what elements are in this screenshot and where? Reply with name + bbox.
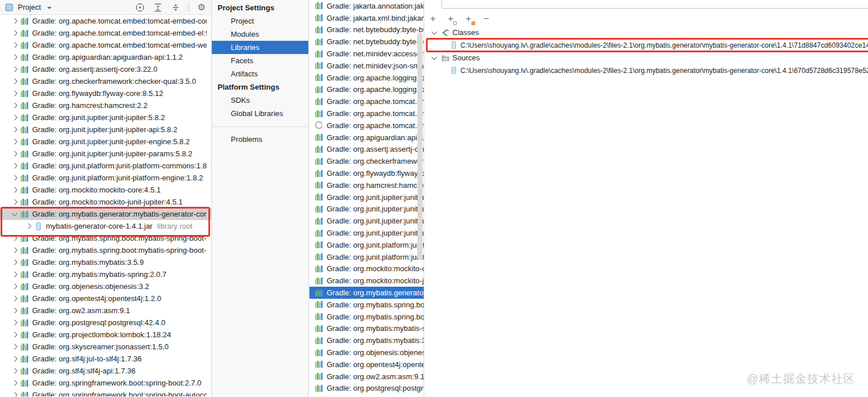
library-list-item[interactable]: Gradle: org.assertj:assertj-core:3.22.0 (309, 144, 424, 156)
library-list-item[interactable]: Gradle: org.apache.tomcat.embed:tomcat-e… (309, 95, 424, 107)
nav-item[interactable]: Libraries (212, 41, 308, 54)
library-list-item[interactable]: Gradle: net.bytebuddy:byte-buddy-agent (309, 36, 424, 48)
library-list-item[interactable]: Gradle: org.junit.jupiter:junit-jupiter:… (309, 191, 424, 203)
nav-item[interactable]: Artifacts (212, 67, 308, 80)
expand-chevron-icon[interactable] (10, 381, 19, 385)
expand-chevron-icon[interactable] (10, 284, 19, 288)
expand-chevron-icon[interactable] (10, 91, 19, 95)
root-category-row[interactable]: Sources (424, 52, 868, 63)
project-view-selector[interactable]: Project (18, 3, 41, 11)
nav-item[interactable]: Facets (212, 54, 308, 67)
expand-chevron-icon[interactable] (10, 272, 19, 276)
library-list-item[interactable]: Gradle: org.opentest4j:opentest4j:1.2.0 (309, 359, 424, 371)
expand-chevron-icon[interactable] (10, 248, 19, 252)
expand-chevron-icon[interactable] (10, 296, 19, 300)
chevron-down-icon[interactable] (47, 7, 52, 9)
tree-row[interactable]: Gradle: org.junit.jupiter:junit-jupiter:… (0, 111, 211, 124)
tree-row[interactable]: Gradle: org.mockito:mockito-junit-jupite… (0, 196, 211, 208)
expand-chevron-icon[interactable] (10, 140, 19, 144)
expand-chevron-icon[interactable] (24, 224, 33, 228)
expand-chevron-icon[interactable] (10, 115, 19, 120)
tree-row[interactable]: Gradle: org.slf4j:slf4j-api:1.7.36 (0, 365, 211, 377)
library-list-item[interactable]: Gradle: jakarta.xml.bind:jakarta.xml.bin… (309, 12, 424, 24)
tree-row[interactable]: Gradle: org.skyscreamer:jsonassert:1.5.0 (0, 341, 211, 353)
library-list-item[interactable]: Gradle: org.mockito:mockito-junit-jupite… (309, 275, 424, 287)
expand-chevron-icon[interactable] (10, 103, 19, 107)
tree-row[interactable]: Gradle: org.objenesis:objenesis:3.2 (0, 280, 211, 292)
expand-chevron-icon[interactable] (10, 369, 19, 373)
library-list-item[interactable]: Gradle: org.mybatis.spring.boot:mybatis-… (309, 299, 424, 311)
tree-row[interactable]: Gradle: org.apache.tomcat.embed:tomcat-e… (0, 15, 211, 27)
library-list-item[interactable]: Gradle: jakarta.annotation:jakarta.annot… (309, 0, 424, 12)
nav-item[interactable]: Project (212, 14, 308, 28)
library-list-item[interactable]: Gradle: org.checkerframework:checker-qua… (309, 155, 424, 167)
library-list-item[interactable]: Gradle: org.mybatis.generator:mybatis-ge… (309, 287, 424, 299)
expand-chevron-icon[interactable] (10, 43, 19, 47)
expand-chevron-icon[interactable] (10, 152, 19, 156)
library-list-item[interactable]: Gradle: org.junit.platform:junit-platfor… (309, 239, 424, 251)
tree-row[interactable]: Gradle: org.apiguardian:apiguardian-api:… (0, 51, 211, 63)
expand-chevron-icon[interactable] (10, 393, 19, 396)
tree-row[interactable]: Gradle: org.mybatis:mybatis:3.5.9 (0, 256, 211, 268)
tree-row[interactable]: Gradle: org.junit.jupiter:junit-jupiter-… (0, 136, 211, 148)
library-list-item[interactable]: Gradle: org.mybatis:mybatis:3.5.9 (309, 334, 424, 346)
tree-row[interactable]: Gradle: org.mybatis:mybatis-spring:2.0.7 (0, 268, 211, 280)
library-path-row[interactable]: C:\Users\shouyang.lv\.gradle\caches\modu… (424, 63, 868, 78)
root-category-row[interactable]: Classes (424, 27, 868, 38)
library-list-item[interactable]: Gradle: org.junit.jupiter:junit-jupiter-… (309, 227, 424, 239)
tree-row[interactable]: Gradle: org.assertj:assertj-core:3.22.0 (0, 63, 211, 75)
expand-chevron-icon[interactable] (10, 357, 19, 361)
tree-row[interactable]: Gradle: org.apache.tomcat.embed:tomcat-e… (0, 39, 211, 51)
tree-row[interactable]: Gradle: org.junit.jupiter:junit-jupiter-… (0, 148, 211, 160)
tree-row[interactable]: Gradle: org.checkerframework:checker-qua… (0, 75, 211, 87)
expand-chevron-icon[interactable] (10, 321, 19, 325)
library-list-item[interactable]: Gradle: org.projectlombok:lombok:1.18.24 (309, 394, 424, 397)
tree-row[interactable]: Gradle: org.hamcrest:hamcrest:2.2 (0, 99, 211, 111)
library-list-item[interactable]: Gradle: org.mybatis.spring.boot:mybatis-… (309, 311, 424, 323)
locate-icon[interactable] (135, 2, 145, 13)
tree-row[interactable]: Gradle: org.junit.platform:junit-platfor… (0, 172, 211, 184)
attach-files-button[interactable]: + (445, 14, 456, 25)
library-list-item[interactable]: Gradle: org.apache.logging.log4j:log4j-a… (309, 72, 424, 84)
expand-chevron-icon[interactable] (10, 55, 19, 59)
nav-item[interactable]: Problems (212, 133, 308, 146)
expand-chevron-icon[interactable] (10, 213, 19, 215)
attach-from-disk-button[interactable]: + (463, 14, 474, 25)
library-list-item[interactable]: Gradle: org.flywaydb:flyway-core:8.5.12 (309, 167, 424, 179)
library-list-item[interactable]: Gradle: org.apache.logging.log4j:log4j-t… (309, 84, 424, 96)
expand-chevron-icon[interactable] (10, 19, 19, 23)
tree-row[interactable]: Gradle: org.mybatis.spring.boot:mybatis-… (0, 232, 211, 244)
tree-row[interactable]: Gradle: org.mybatis.spring.boot:mybatis-… (0, 244, 211, 256)
expand-chevron-icon[interactable] (429, 56, 439, 59)
tree-row[interactable]: Gradle: org.opentest4j:opentest4j:1.2.0 (0, 292, 211, 305)
library-list-item[interactable]: Gradle: org.apiguardian:apiguardian-api (309, 132, 424, 144)
library-list-item[interactable]: Gradle: org.junit.platform:junit-platfor… (309, 251, 424, 263)
tree-row[interactable]: Gradle: org.mockito:mockito-core:4.5.1 (0, 184, 211, 196)
library-path-row[interactable]: C:\Users\shouyang.lv\.gradle\caches\modu… (426, 38, 868, 52)
nav-item[interactable]: Global Libraries (212, 107, 308, 120)
expand-chevron-icon[interactable] (10, 164, 19, 168)
expand-chevron-icon[interactable] (10, 200, 19, 204)
remove-button[interactable]: − (481, 14, 491, 25)
library-list-item[interactable]: Gradle: org.ow2.asm:asm:9.1 (309, 371, 424, 383)
nav-item[interactable]: SDKs (212, 94, 308, 107)
scrollbar-thumb[interactable] (417, 33, 423, 260)
tree-row[interactable]: Gradle: org.ow2.asm:asm:9.1 (0, 305, 211, 317)
settings-gear-icon[interactable]: ⚙ (196, 2, 207, 13)
tree-row[interactable]: Gradle: org.postgresql:postgresql:42.4.0 (0, 317, 211, 329)
library-list-item[interactable]: Gradle: org.objenesis:objenesis:3.2 (309, 346, 424, 359)
expand-chevron-icon[interactable] (10, 333, 19, 337)
expand-chevron-icon[interactable] (10, 79, 19, 83)
tree-row[interactable]: Gradle: org.springframework.boot:spring-… (0, 389, 211, 396)
tree-row[interactable]: Gradle: org.slf4j:jul-to-slf4j:1.7.36 (0, 353, 211, 365)
expand-chevron-icon[interactable] (10, 236, 19, 240)
nav-item[interactable]: Platform Settings (212, 80, 308, 94)
library-list-item[interactable]: Gradle: org.junit.jupiter:junit-jupiter-… (309, 215, 424, 227)
tree-row[interactable]: Gradle: org.junit.platform:junit-platfor… (0, 160, 211, 172)
expand-chevron-icon[interactable] (10, 345, 19, 349)
tree-row[interactable]: Gradle: org.springframework.boot:spring-… (0, 377, 211, 389)
expand-chevron-icon[interactable] (10, 128, 19, 132)
expand-chevron-icon[interactable] (10, 309, 19, 313)
nav-item[interactable] (212, 120, 308, 133)
library-name-field[interactable] (441, 0, 868, 9)
